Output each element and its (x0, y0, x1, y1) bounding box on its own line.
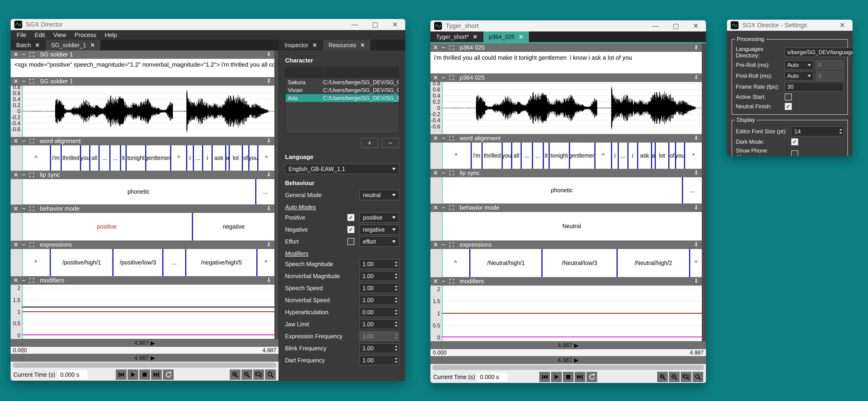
spin-up-icon[interactable] (395, 356, 398, 360)
maximize-button[interactable]: ▢ (372, 21, 378, 28)
pin-icon[interactable] (266, 52, 272, 57)
expand-icon[interactable] (29, 52, 34, 57)
spin-down-icon[interactable] (395, 265, 398, 268)
word-segment[interactable]: a (651, 143, 655, 169)
zoom-in-button[interactable] (230, 370, 240, 380)
minimize-icon[interactable]: − (442, 75, 445, 81)
expression-segment[interactable]: ^ (689, 249, 702, 277)
auto-mode-dropdown[interactable]: negative (360, 225, 399, 235)
word-segment[interactable]: ^ (594, 143, 611, 169)
minimize-icon[interactable]: − (442, 45, 445, 51)
zoom-selection-button[interactable] (681, 372, 691, 382)
character-row[interactable]: Vivian C:/Users/berge/SG_DEV/SG_Characte… (285, 86, 399, 94)
close-icon[interactable]: ✕ (13, 79, 18, 84)
close-icon[interactable]: ✕ (433, 278, 438, 284)
spin-down-icon[interactable] (395, 337, 398, 340)
word-segment[interactable]: tonight (126, 145, 145, 171)
add-character-button[interactable]: + (361, 138, 378, 148)
word-segment[interactable]: ... (109, 145, 120, 171)
spin-up-icon[interactable] (395, 284, 398, 287)
text-editor[interactable]: <sgx mode="positive" speech_magnitude="1… (11, 59, 274, 77)
pin-icon[interactable] (693, 135, 699, 141)
loop-button[interactable] (586, 372, 597, 382)
expression-segment[interactable]: ^ (441, 249, 469, 277)
close-icon[interactable]: ✕ (13, 138, 18, 144)
word-segment[interactable]: ... (521, 143, 532, 169)
column-header[interactable] (324, 68, 398, 78)
word-segment[interactable]: lot (228, 145, 242, 171)
frame-rate-field[interactable]: 30 (785, 82, 844, 91)
playhead[interactable] (442, 82, 443, 134)
editor-font-size-spinbox[interactable]: 14 (791, 126, 844, 136)
modifier-curve[interactable] (22, 334, 274, 335)
close-icon[interactable]: ✕ (433, 45, 438, 51)
word-segment[interactable]: i (611, 143, 618, 169)
close-button[interactable]: ✕ (693, 22, 699, 30)
language-dropdown[interactable]: English_GB-EAW_1.1 (285, 164, 399, 174)
waveform-view[interactable] (22, 86, 274, 137)
expand-icon[interactable] (29, 278, 34, 283)
spin-up-icon[interactable] (395, 308, 398, 311)
word-segment[interactable]: ... (98, 145, 109, 171)
modifiers-track[interactable] (22, 285, 274, 339)
close-button[interactable]: ✕ (840, 21, 845, 29)
range-handle-icon[interactable]: ▶ (151, 340, 155, 346)
modifier-spinbox[interactable]: 1.00 (360, 259, 399, 269)
timeline-range-bar[interactable]: 4.987▶ (11, 339, 279, 347)
horizontal-scrollbar[interactable] (11, 362, 279, 369)
word-segment[interactable]: i'm (471, 143, 482, 169)
modifier-spinbox[interactable]: 1.00 (360, 343, 399, 353)
lip-sync-segment[interactable]: phonetic (22, 179, 255, 204)
pin-icon[interactable] (693, 242, 699, 248)
timeline-range-bar[interactable]: 4.987▶ (430, 341, 706, 349)
menu-item[interactable]: Edit (31, 31, 49, 39)
pin-icon[interactable] (693, 170, 699, 176)
minimize-button[interactable]: — (652, 22, 659, 30)
auto-mode-checkbox[interactable]: ✓ (347, 214, 354, 221)
close-icon[interactable]: ✕ (90, 42, 95, 48)
expand-icon[interactable] (29, 172, 34, 177)
menu-item[interactable]: Process (71, 31, 100, 39)
close-icon[interactable]: ✕ (433, 75, 438, 81)
current-time-field[interactable]: 0.000 s (58, 370, 88, 379)
expression-segment[interactable]: ... (162, 249, 185, 276)
word-segment[interactable]: you (80, 145, 89, 171)
modifiers-track[interactable] (441, 286, 702, 341)
close-icon[interactable]: ✕ (433, 170, 438, 176)
scrollbar-thumb[interactable] (12, 363, 277, 368)
remove-character-button[interactable]: − (382, 138, 399, 148)
expand-icon[interactable] (449, 136, 454, 141)
word-segment[interactable]: you (675, 143, 684, 169)
spin-up-icon[interactable] (395, 344, 398, 347)
word-segment[interactable]: i (627, 143, 637, 169)
close-icon[interactable]: ✕ (361, 42, 365, 48)
modifier-spinbox[interactable]: 1.00 (360, 319, 399, 329)
expression-segment[interactable]: /Neutral/high/2 (617, 249, 689, 277)
close-button[interactable]: ✕ (392, 21, 398, 28)
skip-to-start-button[interactable] (116, 370, 126, 380)
minimize-icon[interactable]: − (22, 206, 25, 211)
minimize-icon[interactable]: − (442, 170, 445, 176)
auto-mode-dropdown[interactable]: effort (360, 236, 399, 247)
expression-segment[interactable]: /positive/high/1 (50, 249, 112, 276)
word-segment[interactable]: i (186, 145, 192, 171)
expand-icon[interactable] (449, 242, 454, 247)
minimize-icon[interactable]: − (22, 138, 25, 144)
expand-icon[interactable] (449, 205, 454, 210)
playhead[interactable] (22, 249, 23, 276)
behavior-segment[interactable]: negative (192, 213, 274, 240)
pin-icon[interactable] (266, 138, 272, 144)
zoom-fit-button[interactable] (692, 372, 703, 382)
lip-sync-segment[interactable]: ... (682, 177, 702, 203)
spin-up-icon[interactable] (395, 296, 398, 299)
word-segment[interactable]: a (225, 145, 228, 171)
menu-item[interactable]: Help (101, 31, 121, 39)
text-editor[interactable]: i'm thrilled you all could make it tonig… (430, 52, 702, 74)
menu-item[interactable]: View (50, 31, 70, 39)
playhead[interactable] (22, 285, 23, 339)
expand-icon[interactable] (449, 170, 454, 176)
zoom-in-button[interactable] (657, 372, 668, 382)
current-time-field[interactable]: 0.000 s (477, 373, 507, 381)
spin-down-icon[interactable] (395, 289, 398, 292)
auto-mode-dropdown[interactable]: positive (360, 212, 399, 223)
